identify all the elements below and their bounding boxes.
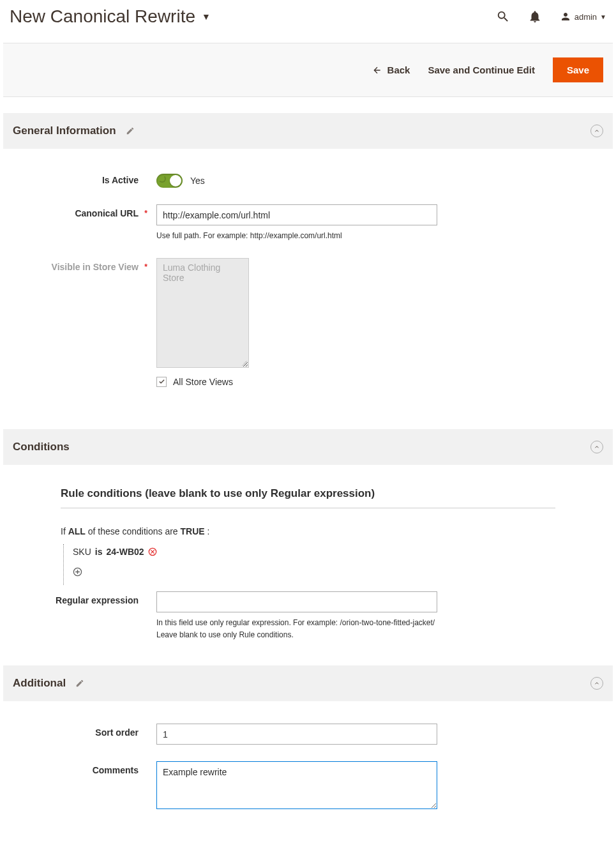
user-icon [560, 11, 571, 22]
title-dropdown-caret[interactable]: ▼ [202, 11, 211, 22]
section-general: General Information Is Active Yes Canoni… [3, 113, 613, 429]
store-view-select[interactable]: Luma Clothing Store [156, 258, 249, 368]
arrow-left-icon [372, 65, 382, 75]
rule-condition-item[interactable]: SKU is 24-WB02 [73, 547, 555, 557]
collapse-toggle[interactable] [590, 125, 603, 137]
regex-input[interactable] [156, 591, 437, 612]
chevron-down-icon: ▼ [600, 13, 606, 20]
collapse-toggle[interactable] [590, 441, 603, 453]
canonical-url-note: Use full path. For example: http://examp… [156, 231, 437, 241]
is-active-toggle[interactable] [156, 174, 183, 188]
regex-note-1: In this field use only regular expressio… [156, 618, 437, 628]
rule-root-sentence[interactable]: If ALL of these conditions are TRUE : [61, 526, 555, 536]
save-continue-button[interactable]: Save and Continue Edit [428, 57, 535, 82]
store-view-option: Luma Clothing Store [163, 262, 220, 283]
section-conditions: Conditions Rule conditions (leave blank … [3, 429, 613, 666]
section-additional-title: Additional [13, 677, 66, 690]
section-conditions-title: Conditions [13, 441, 70, 453]
is-active-label: Is Active [13, 171, 156, 185]
rule-attribute: SKU [73, 547, 91, 557]
store-view-label: Visible in Store View* [13, 258, 156, 272]
save-button[interactable]: Save [553, 57, 603, 82]
page-title: New Canonical Rewrite [10, 6, 195, 27]
search-icon[interactable] [496, 10, 510, 24]
regex-label: Regular expression [13, 591, 156, 605]
notifications-icon[interactable] [528, 10, 542, 24]
section-general-header[interactable]: General Information [3, 113, 613, 149]
save-continue-label: Save and Continue Edit [428, 65, 535, 75]
comments-label: Comments [13, 761, 156, 775]
admin-user-menu[interactable]: admin ▼ [560, 11, 606, 22]
canonical-url-input[interactable] [156, 204, 437, 225]
chevron-up-icon [594, 680, 600, 687]
section-general-title: General Information [13, 125, 116, 137]
comments-textarea[interactable] [156, 761, 437, 809]
regex-note-2: Leave blank to use only Rule conditions. [156, 630, 437, 641]
check-icon [158, 378, 165, 385]
edit-icon[interactable] [126, 126, 135, 135]
remove-condition-icon[interactable] [148, 547, 157, 556]
sort-order-input[interactable] [156, 724, 437, 745]
is-active-value: Yes [190, 176, 205, 186]
rule-value: 24-WB02 [106, 547, 144, 557]
admin-user-name: admin [575, 12, 597, 22]
section-additional: Additional Sort order Comments [3, 665, 613, 837]
rule-conditions-title: Rule conditions (leave blank to use only… [61, 487, 555, 508]
collapse-toggle[interactable] [590, 677, 603, 690]
all-store-views-checkbox[interactable] [156, 377, 167, 387]
sort-order-label: Sort order [13, 724, 156, 738]
section-conditions-header[interactable]: Conditions [3, 429, 613, 465]
canonical-url-label: Canonical URL* [13, 204, 156, 218]
rule-operator: is [95, 547, 103, 557]
edit-icon[interactable] [75, 679, 84, 688]
section-additional-header[interactable]: Additional [3, 665, 613, 701]
chevron-up-icon [594, 444, 600, 450]
chevron-up-icon [594, 128, 600, 134]
add-condition-icon[interactable] [73, 568, 82, 579]
back-button[interactable]: Back [372, 57, 410, 82]
all-store-views-label: All Store Views [173, 377, 233, 387]
action-bar: Back Save and Continue Edit Save [3, 43, 613, 97]
back-label: Back [387, 65, 410, 75]
